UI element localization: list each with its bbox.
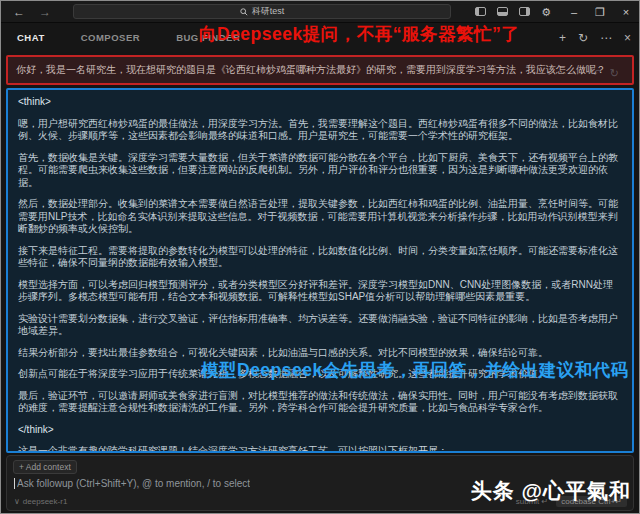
tab-composer[interactable]: COMPOSER bbox=[81, 32, 140, 43]
annotation-mid-blue: 模型Deepseek会先思考，再回答，并给出建议和代码 bbox=[201, 358, 629, 382]
chevron-down-icon: ∨ bbox=[14, 497, 20, 506]
think-paragraph: 嗯，用户想研究西红柿炒鸡蛋的最佳做法，用深度学习方法。首先，我需要理解这个题目。… bbox=[18, 118, 622, 143]
watermark: 头条 @心平氣和 bbox=[471, 477, 631, 505]
followup-placeholder: Ask followup (Ctrl+Shift+Y), @ to mentio… bbox=[17, 478, 250, 489]
close-chat-icon[interactable]: × bbox=[624, 31, 631, 45]
search-input[interactable]: 科研test bbox=[73, 4, 451, 19]
think-open-tag: <think> bbox=[18, 96, 622, 109]
toggle-right-panel-icon[interactable] bbox=[519, 7, 530, 16]
toggle-left-panel-icon[interactable] bbox=[475, 7, 486, 16]
new-chat-icon[interactable]: + bbox=[559, 31, 566, 45]
toggle-bottom-panel-icon[interactable] bbox=[497, 7, 508, 16]
think-paragraph: 实验设计需要划分数据集，进行交叉验证，评估指标用准确率、均方误差等。还要做消融实… bbox=[18, 313, 622, 338]
titlebar: ← → 科研test ⚙ – ❐ × bbox=[1, 1, 639, 23]
text-cursor bbox=[14, 478, 15, 489]
think-paragraph: 最后，验证环节，可以邀请厨师或美食家进行盲测，对比模型推荐的做法和传统做法，确保… bbox=[18, 390, 622, 415]
tab-chat[interactable]: CHAT bbox=[17, 32, 45, 43]
settings-gear-icon[interactable]: ⚙ bbox=[541, 1, 551, 23]
think-paragraph: 模型选择方面，可以考虑回归模型预测评分，或者分类模型区分好评和差评。深度学习模型… bbox=[18, 279, 622, 304]
user-message-text: 你好，我是一名研究生，现在想研究的题目是《论西红柿炒鸡蛋哪种方法最好》的研究，需… bbox=[16, 64, 606, 75]
model-selector[interactable]: ∨ deepseek-r1 bbox=[14, 497, 67, 506]
message-action-icons: ↶ ↻ bbox=[593, 67, 619, 80]
more-options-icon[interactable]: ⋯ bbox=[600, 31, 612, 45]
annotation-top-red: 向Deepseek提问，不再“服务器繁忙”了 bbox=[199, 22, 519, 46]
restore-icon[interactable]: ❐ bbox=[587, 1, 613, 23]
close-window-icon[interactable]: × bbox=[613, 1, 639, 23]
search-value: 科研test bbox=[252, 5, 285, 18]
minimize-icon[interactable]: – bbox=[561, 1, 587, 23]
user-message: 你好，我是一名研究生，现在想研究的题目是《论西红柿炒鸡蛋哪种方法最好》的研究，需… bbox=[6, 55, 634, 85]
assistant-message: <think> 嗯，用户想研究西红柿炒鸡蛋的最佳做法，用深度学习方法。首先，我需… bbox=[6, 88, 634, 453]
forward-icon[interactable]: → bbox=[39, 1, 51, 23]
think-close-tag: </think> bbox=[18, 424, 622, 437]
add-context-button[interactable]: + Add context bbox=[13, 460, 77, 474]
think-paragraph: 然后，数据处理部分。收集到的菜谱文本需要做自然语言处理，提取关键参数，比如西红柿… bbox=[18, 198, 622, 236]
think-paragraph: 首先，数据收集是关键。深度学习需要大量数据，但关于菜谱的数据可能分散在各个平台，… bbox=[18, 152, 622, 190]
answer-intro: 这是一个非常有趣的跨学科研究课题！结合深度学习方法研究烹饪工艺，可以按照以下框架… bbox=[18, 445, 622, 453]
history-icon[interactable]: ↻ bbox=[578, 31, 588, 45]
model-name: deepseek-r1 bbox=[23, 497, 67, 506]
search-icon bbox=[240, 8, 248, 16]
app-window: ← → 科研test ⚙ – ❐ × CHAT COMPOSER BUG FIN… bbox=[0, 0, 640, 514]
back-icon[interactable]: ← bbox=[13, 1, 25, 23]
retry-icon[interactable]: ↶ bbox=[593, 67, 602, 80]
followup-input[interactable]: Ask followup (Ctrl+Shift+Y), @ to mentio… bbox=[14, 478, 513, 489]
think-paragraph: 接下来是特征工程。需要将提取的参数转化为模型可以处理的特征，比如数值化比例、时间… bbox=[18, 245, 622, 270]
refresh-icon[interactable]: ↻ bbox=[610, 67, 619, 80]
